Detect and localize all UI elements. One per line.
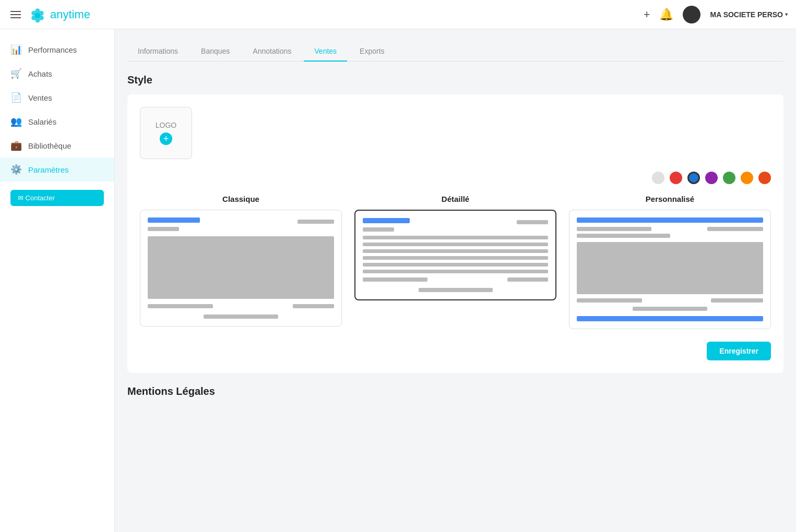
detaille-preview	[363, 218, 548, 292]
layout: 📊 Performances 🛒 Achats 📄 Ventes 👥 Salar…	[0, 0, 796, 532]
classique-footer	[148, 304, 334, 308]
sidebar-item-label: Paramètres	[28, 165, 69, 174]
classique-card[interactable]	[140, 210, 342, 327]
perso-bot-right	[711, 298, 763, 303]
classique-blue-bar	[148, 217, 200, 223]
detail-page-num	[419, 288, 493, 292]
brand-name: anytime	[50, 8, 90, 21]
personnalise-label: Personnalisé	[646, 195, 694, 203]
performances-icon: 📊	[10, 44, 22, 55]
sidebar-item-parametres[interactable]: ⚙️ Paramètres	[0, 158, 114, 182]
sidebar-item-label: Performances	[28, 45, 77, 54]
personnalise-card[interactable]	[569, 210, 771, 329]
style-card-container: LOGO + Classique	[127, 94, 783, 373]
notifications-icon[interactable]: 🔔	[659, 8, 673, 21]
style-section-title: Style	[127, 74, 783, 86]
color-dot-blue[interactable]	[687, 172, 700, 184]
logo-plus-icon[interactable]: +	[160, 132, 172, 145]
color-dot-white[interactable]	[652, 172, 664, 184]
ventes-icon: 📄	[10, 92, 22, 103]
classique-row1	[148, 217, 334, 231]
sidebar-item-label: Salariés	[28, 117, 56, 126]
save-btn-row: Enregistrer	[140, 342, 771, 360]
classique-right	[298, 220, 334, 224]
tab-informations[interactable]: Informations	[127, 42, 188, 62]
tab-annotations[interactable]: Annotations	[242, 42, 302, 62]
logo-upload[interactable]: LOGO +	[140, 107, 192, 159]
classique-sub	[148, 227, 179, 231]
logo-label: LOGO	[156, 121, 176, 129]
color-dots	[140, 172, 771, 184]
detail-left	[363, 218, 410, 232]
chevron-down-icon: ▾	[785, 11, 788, 17]
sidebar-item-label: Achats	[28, 69, 52, 78]
detail-line1	[363, 236, 548, 239]
hamburger-icon[interactable]	[8, 9, 23, 20]
style-personnalise-wrapper: Personnalisé	[569, 195, 771, 329]
navbar-left: anytime	[8, 5, 90, 24]
sidebar-item-performances[interactable]: 📊 Performances	[0, 38, 114, 62]
add-icon[interactable]: +	[644, 8, 650, 21]
detail-lines	[363, 236, 548, 273]
sidebar-item-bibliotheque[interactable]: 💼 Bibliothèque	[0, 134, 114, 158]
perso-mid	[577, 234, 670, 238]
color-dot-purple[interactable]	[705, 172, 718, 184]
avatar	[683, 6, 700, 23]
salaries-icon: 👥	[10, 116, 22, 127]
detail-footer-left	[363, 277, 427, 282]
classique-footer-right	[293, 304, 334, 308]
bibliotheque-icon: 💼	[10, 140, 22, 151]
detail-footer	[363, 277, 548, 282]
user-name[interactable]: MA SOCIETE PERSO ▾	[710, 10, 788, 19]
sidebar-item-label: Ventes	[28, 93, 52, 102]
color-dot-orange[interactable]	[741, 172, 753, 184]
detail-sub	[363, 227, 394, 232]
svg-point-6	[35, 13, 41, 18]
perso-blue-top	[577, 217, 763, 223]
classique-label: Classique	[222, 195, 259, 203]
detaille-label: Détaillé	[442, 195, 469, 203]
style-classique-wrapper: Classique	[140, 195, 342, 329]
classique-main-block	[148, 236, 334, 299]
tab-exports[interactable]: Exports	[349, 42, 395, 62]
save-button[interactable]: Enregistrer	[707, 342, 771, 360]
brand-logo-icon	[28, 5, 47, 24]
detail-blue-bar	[363, 218, 410, 223]
style-cards: Classique	[140, 195, 771, 329]
tab-ventes[interactable]: Ventes	[304, 42, 347, 62]
achats-icon: 🛒	[10, 68, 22, 79]
color-dot-red[interactable]	[670, 172, 682, 184]
detail-row1	[363, 218, 548, 232]
perso-page-num	[633, 307, 707, 311]
color-dot-deep-orange[interactable]	[758, 172, 771, 184]
detail-right	[517, 220, 548, 224]
classique-page-num	[204, 315, 278, 319]
perso-bot-row	[577, 298, 763, 303]
detail-line3	[363, 249, 548, 253]
perso-img-block	[577, 242, 763, 294]
sidebar-item-ventes[interactable]: 📄 Ventes	[0, 86, 114, 110]
perso-top-right	[707, 227, 763, 231]
brand: anytime	[28, 5, 90, 24]
main-content: Informations Banques Annotations Ventes …	[115, 29, 796, 532]
style-detaille-wrapper: Détaillé	[354, 195, 556, 329]
classique-preview	[148, 217, 334, 319]
tabs: Informations Banques Annotations Ventes …	[127, 42, 783, 62]
contact-button[interactable]: ✉ Contacter	[10, 190, 104, 206]
perso-blue-footer	[577, 316, 763, 321]
mentions-section-title: Mentions Légales	[127, 385, 783, 397]
detail-line4	[363, 256, 548, 260]
navbar: anytime + 🔔 MA SOCIETE PERSO ▾	[0, 0, 796, 29]
navbar-right: + 🔔 MA SOCIETE PERSO ▾	[644, 6, 788, 23]
tab-banques[interactable]: Banques	[191, 42, 240, 62]
detail-line5	[363, 263, 548, 267]
detail-line6	[363, 270, 548, 273]
color-dot-green[interactable]	[723, 172, 735, 184]
sidebar: 📊 Performances 🛒 Achats 📄 Ventes 👥 Salar…	[0, 29, 115, 532]
detail-line2	[363, 243, 548, 246]
sidebar-item-achats[interactable]: 🛒 Achats	[0, 62, 114, 86]
detaille-card[interactable]	[354, 210, 556, 300]
sidebar-item-salaries[interactable]: 👥 Salariés	[0, 110, 114, 134]
classique-footer-left	[148, 304, 213, 308]
sidebar-item-label: Bibliothèque	[28, 141, 72, 150]
